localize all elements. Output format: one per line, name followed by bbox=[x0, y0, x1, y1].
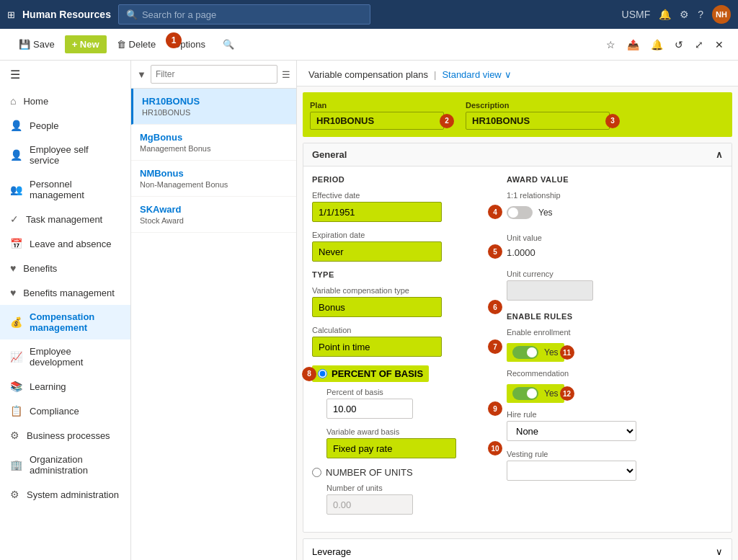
vesting-rule-label: Vesting rule bbox=[507, 450, 723, 458]
leave-icon: 📅 bbox=[10, 238, 22, 249]
home-icon: ⌂ bbox=[10, 95, 16, 107]
list-item-skaward[interactable]: SKAward Stock Award bbox=[131, 197, 296, 233]
percent-of-basis-radio[interactable] bbox=[318, 369, 327, 378]
unit-value-label: Unit value bbox=[507, 234, 723, 242]
annotation-badge-3: 3 bbox=[605, 114, 620, 128]
relationship-toggle-row: Yes bbox=[507, 206, 723, 219]
sidebar-item-people[interactable]: 👤 People bbox=[0, 113, 130, 138]
relationship-yes-label: Yes bbox=[538, 208, 553, 218]
list-item-hr10bonus[interactable]: HR10BONUS HR10BONUS bbox=[131, 89, 296, 125]
settings-icon[interactable]: ⚙ bbox=[680, 9, 689, 20]
close-icon[interactable]: ✕ bbox=[712, 36, 726, 53]
sidebar-label-home: Home bbox=[23, 96, 48, 107]
effective-date-label: Effective date bbox=[312, 191, 492, 200]
relationship-toggle[interactable] bbox=[507, 206, 533, 219]
description-field: Description 3 bbox=[466, 99, 610, 130]
sidebar-item-task-management[interactable]: ✓ Task management bbox=[0, 207, 130, 231]
people-icon: 👤 bbox=[10, 120, 22, 131]
number-of-units-radio-row[interactable]: NUMBER OF UNITS bbox=[312, 467, 492, 478]
variable-comp-type-input[interactable] bbox=[312, 297, 442, 317]
action-toolbar: 💾 Save + New 1 🗑 Delete Options 🔍 ☆ 📤 🔔 … bbox=[0, 29, 738, 61]
sidebar-item-benefits-management[interactable]: ♥ Benefits management bbox=[0, 280, 130, 305]
type-heading: TYPE bbox=[312, 270, 492, 279]
sidebar-label-leave: Leave and absence bbox=[30, 239, 111, 249]
sidebar-item-benefits[interactable]: ♥ Benefits bbox=[0, 256, 130, 280]
period-heading: PERIOD bbox=[312, 175, 492, 184]
number-of-units-input[interactable] bbox=[326, 494, 413, 515]
hamburger-menu[interactable]: ☰ bbox=[0, 61, 130, 89]
grid-menu-button[interactable]: ⊞ bbox=[7, 9, 15, 20]
sidebar-item-leave-absence[interactable]: 📅 Leave and absence bbox=[0, 231, 130, 256]
sidebar-item-learning[interactable]: 📚 Learning bbox=[0, 374, 130, 399]
sidebar-label-people: People bbox=[30, 120, 58, 131]
leverage-section-header[interactable]: Leverage ∨ bbox=[303, 539, 732, 560]
variable-comp-type-field: Variable compensation type 6 bbox=[312, 286, 492, 317]
share-icon[interactable]: 📤 bbox=[624, 36, 642, 53]
org-icon: 🏢 bbox=[10, 459, 22, 471]
hire-rule-select[interactable]: None bbox=[507, 421, 636, 441]
recommendation-wrapper: Recommendation Yes 12 bbox=[507, 369, 723, 403]
list-search-input[interactable] bbox=[151, 65, 277, 84]
percent-of-basis-input[interactable] bbox=[326, 399, 413, 419]
new-button[interactable]: + New bbox=[65, 35, 107, 53]
sidebar-item-system-admin[interactable]: ⚙ System administration bbox=[0, 482, 130, 507]
plan-header: Plan 2 Description 3 bbox=[303, 92, 732, 137]
calculation-input[interactable] bbox=[312, 337, 442, 357]
left-col: PERIOD Effective date 4 Expiration date bbox=[312, 175, 492, 523]
plan-input[interactable] bbox=[310, 112, 444, 130]
star-icon[interactable]: ☆ bbox=[603, 36, 618, 53]
sidebar-item-org-admin[interactable]: 🏢 Organization administration bbox=[0, 448, 130, 482]
delete-button[interactable]: 🗑 Delete bbox=[110, 35, 164, 53]
expand-icon[interactable]: ⤢ bbox=[692, 36, 706, 53]
one-one-relationship: 1:1 relationship Yes bbox=[507, 191, 723, 226]
notification-bell-icon[interactable]: 🔔 bbox=[648, 36, 666, 53]
refresh-icon[interactable]: ↺ bbox=[672, 36, 686, 53]
user-avatar[interactable]: NH bbox=[712, 5, 731, 24]
sidebar-item-home[interactable]: ⌂ Home bbox=[0, 89, 130, 113]
general-section-header[interactable]: General ∧ bbox=[303, 143, 732, 166]
sidebar-item-compensation-management[interactable]: 💰 Compensation management bbox=[0, 305, 130, 339]
annotation-badge-12: 12 bbox=[560, 386, 574, 401]
recommendation-toggle[interactable] bbox=[512, 387, 538, 400]
sidebar-label-system: System administration bbox=[27, 489, 119, 500]
view-selector[interactable]: Standard view ∨ bbox=[442, 69, 511, 80]
app-title: Human Resources bbox=[22, 9, 111, 20]
vesting-rule-select[interactable] bbox=[507, 461, 636, 481]
annotation-badge-11: 11 bbox=[560, 345, 574, 360]
enable-enrollment-label: Enable enrollment bbox=[507, 328, 723, 337]
sidebar-item-personnel-management[interactable]: 👥 Personnel management bbox=[0, 172, 130, 207]
award-value-heading: AWARD VALUE bbox=[507, 175, 723, 184]
general-section-body: PERIOD Effective date 4 Expiration date bbox=[303, 166, 732, 532]
general-section: General ∧ PERIOD Effective date 4 bbox=[303, 143, 732, 533]
search-toolbar-button[interactable]: 🔍 bbox=[215, 35, 241, 53]
list-item-nmbonus[interactable]: NMBonus Non-Management Bonus bbox=[131, 161, 296, 197]
general-section-collapse-icon: ∧ bbox=[716, 149, 723, 160]
help-icon[interactable]: ? bbox=[698, 9, 703, 20]
expiration-date-input[interactable] bbox=[312, 241, 442, 262]
vesting-rule-field: Vesting rule bbox=[507, 450, 723, 481]
list-item-mgbonus[interactable]: MgBonus Management Bonus bbox=[131, 125, 296, 161]
variable-award-basis-label: Variable award basis bbox=[326, 427, 492, 436]
description-input[interactable] bbox=[466, 112, 610, 130]
unit-value-display: 1.0000 bbox=[507, 244, 723, 261]
unit-currency-input[interactable] bbox=[507, 280, 593, 301]
variable-award-basis-input[interactable] bbox=[326, 438, 456, 458]
list-drag-handle: ☰ bbox=[282, 69, 290, 80]
percent-of-basis-radio-row[interactable]: PERCENT OF BASIS 8 bbox=[312, 365, 429, 382]
number-of-units-radio[interactable] bbox=[312, 468, 321, 477]
filter-icon[interactable]: ▼ bbox=[137, 69, 146, 80]
sidebar-item-business-processes[interactable]: ⚙ Business processes bbox=[0, 423, 130, 448]
enable-enrollment-toggle[interactable] bbox=[512, 346, 538, 359]
sidebar-item-compliance[interactable]: 📋 Compliance bbox=[0, 399, 130, 423]
global-search[interactable]: 🔍 Search for a page bbox=[118, 4, 370, 25]
grid-icon: ⊞ bbox=[7, 9, 15, 20]
sidebar-label-compliance: Compliance bbox=[30, 406, 79, 417]
notification-icon[interactable]: 🔔 bbox=[659, 9, 671, 20]
compliance-icon: 📋 bbox=[10, 405, 22, 417]
sidebar-item-employee-self-service[interactable]: 👤 Employee self service bbox=[0, 138, 130, 172]
effective-date-input[interactable] bbox=[312, 202, 442, 222]
save-button[interactable]: 💾 Save bbox=[12, 35, 62, 53]
percent-of-basis-label: PERCENT OF BASIS bbox=[332, 368, 423, 379]
sidebar-item-employee-development[interactable]: 📈 Employee development bbox=[0, 339, 130, 374]
percent-basis-fields: Percent of basis 9 Variable award basis bbox=[312, 388, 492, 458]
